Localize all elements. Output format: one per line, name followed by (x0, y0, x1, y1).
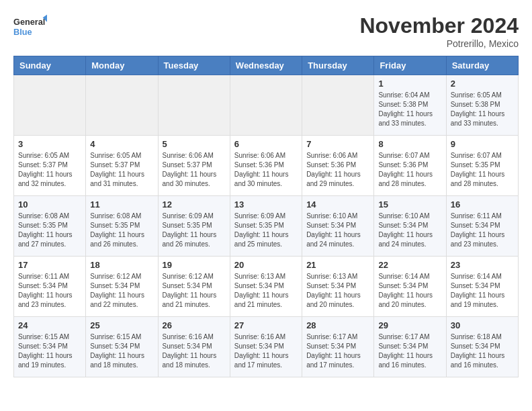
cell-week4-day4: 21Sunrise: 6:13 AM Sunset: 5:34 PM Dayli… (302, 257, 374, 317)
day-info: Sunrise: 6:14 AM Sunset: 5:34 PM Dayligh… (378, 272, 441, 310)
page-header: General Blue November 2024 Potrerillo, M… (13, 13, 519, 49)
title-section: November 2024 Potrerillo, Mexico (359, 13, 519, 49)
day-number: 14 (306, 199, 369, 210)
cell-week2-day6: 9Sunrise: 6:07 AM Sunset: 5:35 PM Daylig… (446, 136, 518, 196)
day-number: 10 (18, 199, 81, 210)
day-info: Sunrise: 6:10 AM Sunset: 5:34 PM Dayligh… (378, 212, 441, 249)
calendar-table: Sunday Monday Tuesday Wednesday Thursday… (13, 56, 519, 377)
day-info: Sunrise: 6:08 AM Sunset: 5:35 PM Dayligh… (90, 212, 153, 249)
cell-week1-day1 (86, 75, 158, 136)
cell-week3-day6: 16Sunrise: 6:11 AM Sunset: 5:34 PM Dayli… (446, 196, 518, 257)
calendar-header: Sunday Monday Tuesday Wednesday Thursday… (14, 56, 519, 75)
cell-week1-day5: 1Sunrise: 6:04 AM Sunset: 5:38 PM Daylig… (374, 75, 446, 136)
day-info: Sunrise: 6:15 AM Sunset: 5:34 PM Dayligh… (90, 332, 153, 370)
day-info: Sunrise: 6:16 AM Sunset: 5:34 PM Dayligh… (163, 332, 226, 370)
svg-text:General: General (13, 17, 45, 27)
day-number: 18 (90, 260, 153, 270)
day-number: 17 (18, 260, 81, 270)
cell-week2-day3: 6Sunrise: 6:06 AM Sunset: 5:36 PM Daylig… (230, 136, 302, 196)
cell-week1-day0 (14, 75, 86, 136)
header-row: Sunday Monday Tuesday Wednesday Thursday… (14, 56, 519, 75)
day-number: 7 (306, 139, 369, 149)
header-friday: Friday (374, 56, 446, 75)
cell-week1-day6: 2Sunrise: 6:05 AM Sunset: 5:38 PM Daylig… (446, 75, 518, 136)
cell-week2-day5: 8Sunrise: 6:07 AM Sunset: 5:36 PM Daylig… (374, 136, 446, 196)
svg-text:Blue: Blue (13, 27, 32, 37)
day-info: Sunrise: 6:18 AM Sunset: 5:34 PM Dayligh… (451, 332, 514, 370)
day-number: 25 (90, 320, 153, 330)
day-info: Sunrise: 6:06 AM Sunset: 5:36 PM Dayligh… (306, 151, 369, 189)
day-info: Sunrise: 6:07 AM Sunset: 5:35 PM Dayligh… (451, 151, 514, 189)
cell-week3-day1: 11Sunrise: 6:08 AM Sunset: 5:35 PM Dayli… (86, 196, 158, 257)
day-number: 6 (234, 139, 298, 149)
day-info: Sunrise: 6:09 AM Sunset: 5:35 PM Dayligh… (234, 212, 298, 249)
week-row-2: 3Sunrise: 6:05 AM Sunset: 5:37 PM Daylig… (14, 136, 519, 196)
day-info: Sunrise: 6:11 AM Sunset: 5:34 PM Dayligh… (451, 212, 514, 249)
day-number: 13 (234, 199, 298, 210)
day-info: Sunrise: 6:05 AM Sunset: 5:37 PM Dayligh… (18, 151, 81, 189)
day-number: 19 (163, 260, 226, 270)
day-number: 1 (378, 79, 441, 89)
cell-week3-day2: 12Sunrise: 6:09 AM Sunset: 5:35 PM Dayli… (158, 196, 230, 257)
calendar-body: 1Sunrise: 6:04 AM Sunset: 5:38 PM Daylig… (14, 75, 519, 377)
day-info: Sunrise: 6:05 AM Sunset: 5:37 PM Dayligh… (90, 151, 153, 189)
day-info: Sunrise: 6:08 AM Sunset: 5:35 PM Dayligh… (18, 212, 81, 249)
day-number: 28 (306, 320, 369, 330)
day-info: Sunrise: 6:04 AM Sunset: 5:38 PM Dayligh… (378, 91, 441, 128)
day-info: Sunrise: 6:17 AM Sunset: 5:34 PM Dayligh… (306, 332, 369, 370)
day-info: Sunrise: 6:13 AM Sunset: 5:34 PM Dayligh… (234, 272, 298, 310)
cell-week1-day4 (302, 75, 374, 136)
day-number: 30 (451, 320, 514, 330)
location: Potrerillo, Mexico (359, 38, 519, 49)
day-number: 3 (18, 139, 81, 149)
cell-week5-day2: 26Sunrise: 6:16 AM Sunset: 5:34 PM Dayli… (158, 317, 230, 377)
cell-week5-day3: 27Sunrise: 6:16 AM Sunset: 5:34 PM Dayli… (230, 317, 302, 377)
day-info: Sunrise: 6:05 AM Sunset: 5:38 PM Dayligh… (451, 91, 514, 128)
week-row-1: 1Sunrise: 6:04 AM Sunset: 5:38 PM Daylig… (14, 75, 519, 136)
cell-week5-day0: 24Sunrise: 6:15 AM Sunset: 5:34 PM Dayli… (14, 317, 86, 377)
day-number: 15 (378, 199, 441, 210)
week-row-5: 24Sunrise: 6:15 AM Sunset: 5:34 PM Dayli… (14, 317, 519, 377)
day-number: 9 (451, 139, 514, 149)
day-info: Sunrise: 6:13 AM Sunset: 5:34 PM Dayligh… (306, 272, 369, 310)
cell-week4-day3: 20Sunrise: 6:13 AM Sunset: 5:34 PM Dayli… (230, 257, 302, 317)
month-title: November 2024 (359, 13, 519, 38)
day-number: 12 (163, 199, 226, 210)
cell-week2-day4: 7Sunrise: 6:06 AM Sunset: 5:36 PM Daylig… (302, 136, 374, 196)
day-info: Sunrise: 6:07 AM Sunset: 5:36 PM Dayligh… (378, 151, 441, 189)
day-info: Sunrise: 6:06 AM Sunset: 5:37 PM Dayligh… (163, 151, 226, 189)
cell-week4-day0: 17Sunrise: 6:11 AM Sunset: 5:34 PM Dayli… (14, 257, 86, 317)
day-number: 2 (451, 79, 514, 89)
header-thursday: Thursday (302, 56, 374, 75)
cell-week4-day6: 23Sunrise: 6:14 AM Sunset: 5:34 PM Dayli… (446, 257, 518, 317)
day-info: Sunrise: 6:15 AM Sunset: 5:34 PM Dayligh… (18, 332, 81, 370)
logo-svg: General Blue (13, 13, 47, 40)
cell-week2-day0: 3Sunrise: 6:05 AM Sunset: 5:37 PM Daylig… (14, 136, 86, 196)
cell-week3-day4: 14Sunrise: 6:10 AM Sunset: 5:34 PM Dayli… (302, 196, 374, 257)
header-monday: Monday (86, 56, 158, 75)
day-info: Sunrise: 6:14 AM Sunset: 5:34 PM Dayligh… (451, 272, 514, 310)
cell-week1-day3 (230, 75, 302, 136)
day-info: Sunrise: 6:11 AM Sunset: 5:34 PM Dayligh… (18, 272, 81, 310)
day-info: Sunrise: 6:17 AM Sunset: 5:34 PM Dayligh… (378, 332, 441, 370)
day-number: 20 (234, 260, 298, 270)
day-number: 23 (451, 260, 514, 270)
cell-week2-day1: 4Sunrise: 6:05 AM Sunset: 5:37 PM Daylig… (86, 136, 158, 196)
cell-week5-day4: 28Sunrise: 6:17 AM Sunset: 5:34 PM Dayli… (302, 317, 374, 377)
day-number: 27 (234, 320, 298, 330)
logo: General Blue (13, 13, 47, 40)
cell-week4-day5: 22Sunrise: 6:14 AM Sunset: 5:34 PM Dayli… (374, 257, 446, 317)
cell-week1-day2 (158, 75, 230, 136)
header-sunday: Sunday (14, 56, 86, 75)
week-row-3: 10Sunrise: 6:08 AM Sunset: 5:35 PM Dayli… (14, 196, 519, 257)
cell-week4-day2: 19Sunrise: 6:12 AM Sunset: 5:34 PM Dayli… (158, 257, 230, 317)
cell-week4-day1: 18Sunrise: 6:12 AM Sunset: 5:34 PM Dayli… (86, 257, 158, 317)
day-info: Sunrise: 6:10 AM Sunset: 5:34 PM Dayligh… (306, 212, 369, 249)
day-number: 4 (90, 139, 153, 149)
day-number: 21 (306, 260, 369, 270)
day-info: Sunrise: 6:12 AM Sunset: 5:34 PM Dayligh… (90, 272, 153, 310)
day-number: 16 (451, 199, 514, 210)
header-tuesday: Tuesday (158, 56, 230, 75)
day-number: 8 (378, 139, 441, 149)
cell-week2-day2: 5Sunrise: 6:06 AM Sunset: 5:37 PM Daylig… (158, 136, 230, 196)
